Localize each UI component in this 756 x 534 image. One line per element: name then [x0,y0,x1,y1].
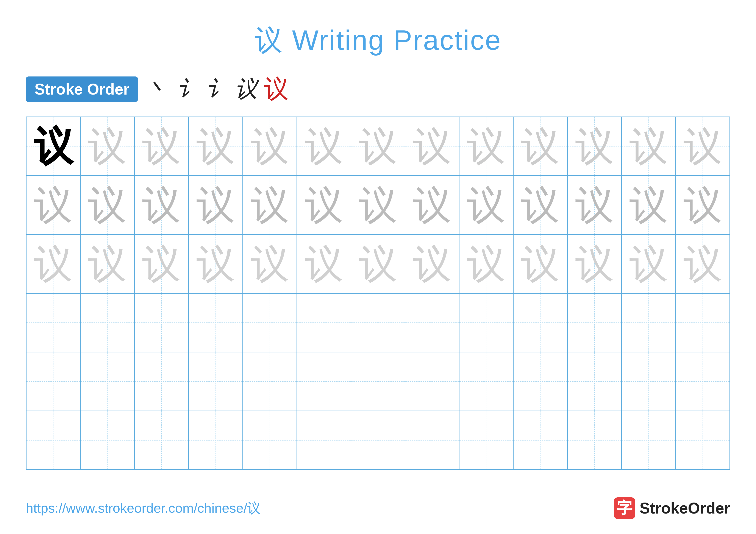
grid-cell-1-6[interactable]: 议 [297,117,351,175]
grid-cell-4-4[interactable] [189,293,243,352]
char-display: 议 [88,127,127,165]
grid-cell-3-13[interactable]: 议 [676,235,729,293]
grid-cell-2-9[interactable]: 议 [459,176,514,234]
grid-row-3: 议 议 议 议 议 议 议 议 议 [27,235,729,293]
char-display: 议 [305,244,343,283]
grid-cell-4-2[interactable] [81,293,135,352]
grid-cell-6-7[interactable] [351,411,405,470]
grid-cell-1-2[interactable]: 议 [81,117,135,175]
grid-row-2: 议 议 议 议 议 议 议 议 议 [27,176,729,235]
grid-cell-4-5[interactable] [243,293,297,352]
grid-cell-1-4[interactable]: 议 [189,117,243,175]
grid-cell-4-11[interactable] [568,293,622,352]
grid-cell-4-8[interactable] [405,293,459,352]
char-display: 议 [196,127,235,165]
grid-cell-1-7[interactable]: 议 [351,117,405,175]
grid-cell-1-12[interactable]: 议 [622,117,676,175]
grid-cell-2-7[interactable]: 议 [351,176,405,234]
grid-cell-6-12[interactable] [622,411,676,470]
grid-cell-3-6[interactable]: 议 [297,235,351,293]
grid-cell-3-11[interactable]: 议 [568,235,622,293]
grid-cell-6-3[interactable] [135,411,189,470]
grid-cell-1-1[interactable]: 议 [27,117,81,175]
grid-cell-5-6[interactable] [297,352,351,411]
grid-cell-2-10[interactable]: 议 [514,176,568,234]
grid-cell-3-8[interactable]: 议 [405,235,459,293]
grid-cell-1-11[interactable]: 议 [568,117,622,175]
grid-cell-1-8[interactable]: 议 [405,117,459,175]
grid-cell-6-5[interactable] [243,411,297,470]
grid-cell-4-7[interactable] [351,293,405,352]
grid-cell-1-13[interactable]: 议 [676,117,729,175]
grid-cell-5-9[interactable] [459,352,514,411]
grid-cell-3-1[interactable]: 议 [27,235,81,293]
grid-cell-2-12[interactable]: 议 [622,176,676,234]
grid-cell-4-6[interactable] [297,293,351,352]
grid-cell-6-6[interactable] [297,411,351,470]
grid-cell-6-2[interactable] [81,411,135,470]
grid-cell-4-3[interactable] [135,293,189,352]
grid-cell-2-3[interactable]: 议 [135,176,189,234]
grid-cell-3-2[interactable]: 议 [81,235,135,293]
grid-cell-4-1[interactable] [27,293,81,352]
char-display: 议 [359,244,397,283]
grid-cell-2-8[interactable]: 议 [405,176,459,234]
char-display: 议 [142,186,181,224]
stroke-1: 丶 [147,73,170,105]
grid-cell-5-13[interactable] [676,352,729,411]
grid-cell-2-5[interactable]: 议 [243,176,297,234]
grid-cell-6-13[interactable] [676,411,729,470]
char-display: 议 [251,127,289,165]
grid-cell-2-13[interactable]: 议 [676,176,729,234]
grid-cell-2-11[interactable]: 议 [568,176,622,234]
grid-cell-1-3[interactable]: 议 [135,117,189,175]
char-display: 议 [629,244,668,283]
grid-cell-3-4[interactable]: 议 [189,235,243,293]
grid-cell-3-7[interactable]: 议 [351,235,405,293]
char-display: 议 [88,186,127,224]
grid-cell-6-10[interactable] [514,411,568,470]
grid-cell-6-8[interactable] [405,411,459,470]
grid-cell-5-1[interactable] [27,352,81,411]
grid-cell-3-5[interactable]: 议 [243,235,297,293]
char-display: 议 [142,127,181,165]
char-display: 议 [575,244,614,283]
grid-row-6 [27,411,729,470]
grid-cell-4-12[interactable] [622,293,676,352]
grid-cell-6-1[interactable] [27,411,81,470]
grid-cell-1-9[interactable]: 议 [459,117,514,175]
grid-row-1: 议 议 议 议 议 议 议 议 议 [27,117,729,176]
grid-cell-1-10[interactable]: 议 [514,117,568,175]
grid-cell-5-8[interactable] [405,352,459,411]
grid-cell-5-4[interactable] [189,352,243,411]
grid-row-4 [27,293,729,352]
grid-cell-2-4[interactable]: 议 [189,176,243,234]
grid-cell-5-5[interactable] [243,352,297,411]
grid-cell-4-13[interactable] [676,293,729,352]
grid-cell-4-10[interactable] [514,293,568,352]
grid-cell-1-5[interactable]: 议 [243,117,297,175]
char-display: 议 [359,186,397,224]
stroke-4: 议 [235,74,257,104]
grid-cell-2-1[interactable]: 议 [27,176,81,234]
grid-cell-3-3[interactable]: 议 [135,235,189,293]
grid-cell-3-10[interactable]: 议 [514,235,568,293]
grid-cell-6-4[interactable] [189,411,243,470]
grid-cell-6-9[interactable] [459,411,514,470]
grid-cell-5-3[interactable] [135,352,189,411]
grid-cell-5-10[interactable] [514,352,568,411]
grid-cell-4-9[interactable] [459,293,514,352]
footer-logo: 字 StrokeOrder [614,497,730,519]
grid-cell-2-2[interactable]: 议 [81,176,135,234]
grid-cell-2-6[interactable]: 议 [297,176,351,234]
char-display: 议 [629,127,668,165]
grid-cell-3-9[interactable]: 议 [459,235,514,293]
char-display: 议 [196,244,235,283]
grid-cell-5-12[interactable] [622,352,676,411]
grid-cell-3-12[interactable]: 议 [622,235,676,293]
grid-cell-5-7[interactable] [351,352,405,411]
grid-cell-5-2[interactable] [81,352,135,411]
footer-url[interactable]: https://www.strokeorder.com/chinese/议 [26,499,260,517]
grid-cell-6-11[interactable] [568,411,622,470]
grid-cell-5-11[interactable] [568,352,622,411]
